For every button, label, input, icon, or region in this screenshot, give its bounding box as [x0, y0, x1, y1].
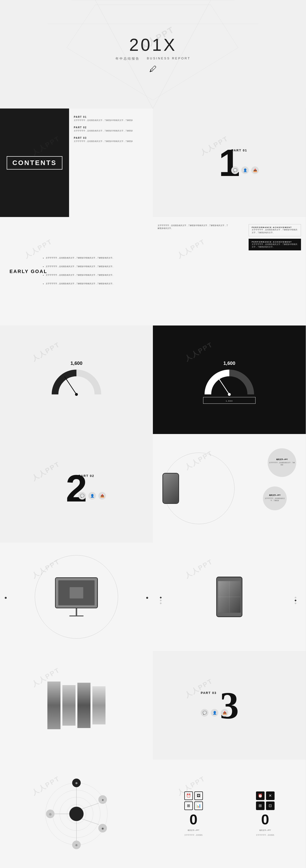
- icon-user2: 👤: [88, 492, 96, 500]
- contents-part02: PART 02 文字字字字字，总结报告相关文字，了解更多详情相关文字，了解更多: [74, 126, 148, 132]
- contents-part01: PART 01 文字字字字字，总结报告相关文字，了解更多详情相关文字，了解更多: [74, 116, 148, 122]
- svg-point-21: [69, 807, 83, 821]
- slide-part03: 3 PART 03 💬 👤 📤 人人PPT: [153, 651, 306, 760]
- slide-strips: 人人PPT: [0, 651, 153, 760]
- part01-desc: 文字字字字字，总结报告相关文字，了解更多详情相关文字，了解更多: [74, 119, 148, 122]
- svg-line-7: [217, 376, 229, 395]
- gauge-value-light: 1,600: [50, 361, 103, 366]
- watermark-slide6a: 人人PPT: [31, 340, 62, 364]
- zero2-display: 0: [261, 812, 269, 827]
- dots-left: [160, 597, 162, 604]
- gauge-svg-dark: [203, 367, 256, 398]
- svg-text:◉: ◉: [101, 827, 104, 830]
- icon-clock: ⏰: [184, 792, 193, 800]
- part03-label: PART 03: [74, 137, 148, 139]
- icon-chat: 💬: [231, 166, 239, 174]
- watermark-slide5: 人人PPT: [176, 237, 207, 260]
- svg-rect-11: [70, 587, 83, 598]
- icon-chat2: 💬: [78, 492, 86, 500]
- goal-item-2: 文字字字字字，总结报告相关文字，了解更多详情相关文字，了解更多相关文字。: [43, 265, 150, 268]
- part02-label: PART 02: [74, 126, 148, 129]
- perf-box1-title: PERFORMANCE ACHIEVEMENT: [252, 226, 298, 228]
- goal-item-4: 文字字字字字，总结报告相关文字，了解更多详情相关文字，了解更多相关文字。: [43, 282, 150, 285]
- dot-right: [146, 597, 148, 599]
- slide-part02: 2 PART 02 💬 👤 📤 人人PPT: [0, 434, 153, 542]
- subtitle2: BUSINESS REPORT: [147, 57, 191, 61]
- svg-text:⊛: ⊛: [75, 843, 78, 847]
- icon-share3: 📤: [221, 709, 228, 717]
- slide-gauge-light: 1,600 人人PPT: [0, 326, 153, 434]
- icon-image: 🖼: [194, 792, 203, 800]
- slide-phone: 相关文字—PPT 文字字字字字，总结报告相关文字，了解更多 相关文字—PPT 文…: [153, 434, 306, 542]
- part03-label: PART 03: [201, 691, 228, 695]
- strip-4: [92, 686, 105, 724]
- icon-share: 📤: [251, 166, 259, 174]
- zero1-desc: 文字字字字字，总结报告: [184, 834, 203, 836]
- goal-item-3: 文字字字字字，总结报告相关文字，了解更多详情相关文字，了解更多相关文字。: [43, 274, 150, 277]
- perf-box-2: PERFORMANCE ACHIEVEMENT 文字字字字字，总结报告相关文字，…: [249, 239, 301, 250]
- slide-early-goal: EARLY GOAL 文字字字字字，总结报告相关文字，了解更多详情相关文字，了解…: [0, 217, 153, 326]
- icon-share2: 📤: [98, 492, 106, 500]
- svg-text:◈: ◈: [102, 798, 104, 802]
- gauge-value-dark: 1,600: [203, 361, 256, 366]
- strip-3: [77, 683, 91, 728]
- watermark-slide8: 人人PPT: [183, 448, 215, 472]
- part02-label: PART 02: [78, 474, 106, 478]
- contents-label: CONTENTS: [7, 156, 62, 169]
- gauge-svg-light: [50, 367, 103, 398]
- slide-part01: 1 PART 01 💬 👤 📤 人人PPT: [153, 108, 306, 217]
- watermark-slide9: 人人PPT: [31, 557, 62, 581]
- right-icon-section: ⏰ ✕ ⊞ ⊡ 0 相关文字—PPT 文字字字字字，总结报告: [256, 792, 275, 836]
- perf-box1-desc: 文字字字字字，总结报告相关文字，了解更多详情相关文字，了解更多相关文字。: [252, 228, 298, 234]
- icon-user3: 👤: [211, 709, 218, 717]
- icon-clock2: ⏰: [256, 792, 265, 800]
- dots-right: [295, 597, 296, 604]
- zero2-label: 相关文字—PPT: [259, 829, 271, 832]
- zero1-label: 相关文字—PPT: [188, 829, 199, 832]
- contents-part03: PART 03 文字字字字字，总结报告相关文字，了解更多详情相关文字，了解更多: [74, 137, 148, 143]
- gauge-border-box: 1,600: [203, 397, 256, 404]
- phone-shape: [162, 473, 179, 504]
- circle-text1: 相关文字—PPT 文字字字字字，总结报告相关文字，了解更多: [268, 448, 296, 477]
- part01-label: PART 01: [74, 116, 148, 118]
- watermark-slide6b: 人人PPT: [183, 340, 215, 364]
- svg-point-8: [228, 393, 231, 396]
- perf-box-1: PERFORMANCE ACHIEVEMENT 文字字字字字，总结报告相关文字，…: [249, 224, 301, 236]
- icon-x: ✕: [266, 792, 275, 800]
- early-goal-title: EARLY GOAL: [9, 269, 47, 274]
- main-title: 201X: [129, 35, 177, 55]
- slide-tablet-portrait: 人人PPT: [153, 542, 306, 651]
- slide-performance: PERFORMANCE ACHIEVEMENT 文字字字字字，总结报告相关文字，…: [153, 217, 306, 326]
- zero1-display: 0: [190, 812, 197, 827]
- icon-grid2: ⊞: [256, 802, 265, 810]
- slide-title: 201X 年中总结报告 BUSINESS REPORT 🖊 人人PPT: [0, 0, 306, 108]
- svg-text:⊕: ⊕: [75, 781, 78, 785]
- svg-text:◎: ◎: [49, 812, 52, 816]
- subtitle1: 年中总结报告: [115, 57, 140, 61]
- circle-text2: 相关文字—PPT 文字字字字字，总结报告相关文字，了解更多: [263, 487, 287, 510]
- left-icon-section: ⏰ 🖼 ⊞ 📊 0 相关文字—PPT 文字字字字字，总结报告: [184, 792, 203, 836]
- strip-1: [47, 682, 61, 729]
- contents-right-panel: PART 01 文字字字字字，总结报告相关文字，了解更多详情相关文字，了解更多 …: [69, 108, 153, 217]
- dot-left: [5, 597, 7, 599]
- goal-item-1: 文字字字字字，总结报告相关文字，了解更多详情相关文字，了解更多相关文字。: [43, 256, 150, 259]
- icon-grid: ⊞: [184, 802, 193, 810]
- feather-icon: 🖊: [149, 65, 157, 73]
- part02-desc: 文字字字字字，总结报告相关文字，了解更多详情相关文字，了解更多: [74, 129, 148, 132]
- zero2-desc: 文字字字字字，总结报告: [256, 834, 274, 836]
- svg-point-6: [75, 393, 78, 396]
- slide-gauge-dark: 1,600 1,600 人人PPT: [153, 326, 306, 434]
- icon-chart: 📊: [194, 802, 203, 810]
- watermark-slide10: 人人PPT: [183, 557, 215, 581]
- icon-grid2: ⏰ ✕ ⊞ ⊡: [256, 792, 275, 810]
- contents-left-panel: CONTENTS: [0, 108, 69, 217]
- perf-box2-title: PERFORMANCE ACHIEVEMENT: [252, 241, 298, 243]
- icon-chat3: 💬: [201, 709, 208, 717]
- strip-2: [62, 685, 75, 726]
- slide-circle-diagram: ⊕ ◈ ◉ ⊛ ◎ 人人PPT: [0, 760, 153, 868]
- part03-desc: 文字字字字字，总结报告相关文字，了解更多详情相关文字，了解更多: [74, 140, 148, 143]
- tablet-portrait: [216, 577, 242, 617]
- perf-body-text: 文字字字字字，总结报告相关文字，了解更多详情相关文字，了解更多相关文字，了解更多…: [158, 224, 229, 230]
- circle-diagram-svg: ⊕ ◈ ◉ ⊛ ◎: [38, 778, 114, 850]
- icon-dots: ⊡: [266, 802, 275, 810]
